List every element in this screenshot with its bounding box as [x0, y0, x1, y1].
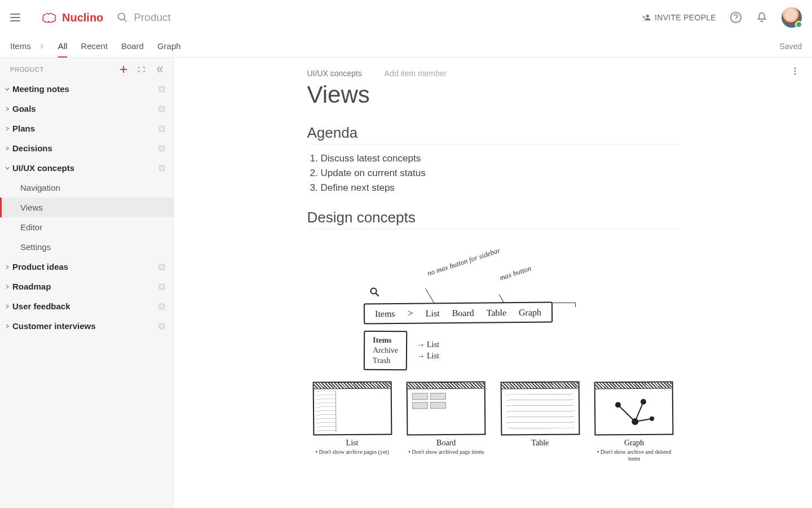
tab-board[interactable]: Board	[121, 35, 144, 57]
svg-rect-16	[160, 265, 165, 270]
sketch-annotation: max button	[498, 264, 532, 282]
svg-point-24	[795, 71, 796, 72]
design-sketch: no max button for sidebar max button Ite…	[313, 246, 674, 462]
help-button[interactable]	[730, 11, 742, 24]
svg-point-4	[735, 20, 736, 21]
sidebar-item[interactable]: Plans	[0, 119, 174, 138]
sidebar-child-item[interactable]: Editor	[0, 217, 174, 237]
concepts-heading: Design concepts	[307, 209, 679, 229]
svg-line-33	[635, 402, 643, 422]
svg-rect-12	[160, 147, 165, 151]
sketch-arrows: → List → List	[417, 339, 439, 362]
sketch-thumb: Board• Don't show archived page items	[407, 382, 486, 462]
sidebar-item[interactable]: Goals	[0, 99, 174, 119]
agenda-item[interactable]: Define next steps	[321, 181, 679, 195]
user-avatar[interactable]	[782, 7, 802, 28]
brand-logo[interactable]: Nuclino	[42, 11, 103, 24]
sidebar-item[interactable]: Customer interviews	[0, 316, 174, 336]
bell-icon	[756, 11, 768, 24]
person-add-icon	[642, 13, 651, 22]
svg-rect-13	[159, 165, 164, 170]
doc-more-menu[interactable]	[791, 67, 800, 77]
search-field[interactable]: Product	[117, 11, 170, 24]
invite-people-button[interactable]: INVITE PEOPLE	[642, 13, 716, 22]
search-placeholder: Product	[134, 11, 170, 24]
svg-rect-22	[160, 325, 165, 329]
help-icon	[730, 11, 742, 24]
sidebar-item[interactable]: Meeting notes	[0, 79, 174, 99]
sketch-thumb: List• Don't show archive pages (yet)	[313, 382, 392, 462]
search-icon	[117, 12, 128, 23]
save-status: Saved	[779, 42, 802, 51]
breadcrumb-root[interactable]: Items	[10, 41, 31, 51]
sketch-dropdown: Items Archive Trash	[363, 331, 407, 371]
more-vertical-icon	[791, 67, 800, 76]
brain-icon	[42, 11, 58, 24]
sidebar-item[interactable]: UI/UX concepts	[0, 158, 174, 178]
agenda-list[interactable]: Discuss latest conceptsUpdate on current…	[307, 151, 679, 195]
sketch-tabs-bar: Items > List Board Table Graph	[363, 302, 552, 325]
svg-rect-15	[159, 264, 164, 269]
svg-rect-17	[159, 284, 164, 288]
sketch-annotation: no max button for sidebar	[426, 246, 501, 278]
svg-line-27	[376, 294, 378, 296]
add-item-member[interactable]: Add item member	[385, 69, 447, 78]
sidebar-item[interactable]: Roadmap	[0, 277, 174, 296]
svg-rect-7	[159, 106, 164, 111]
svg-rect-20	[160, 305, 165, 309]
svg-rect-6	[160, 87, 165, 92]
svg-point-23	[795, 68, 796, 69]
svg-rect-10	[160, 127, 165, 132]
tab-graph[interactable]: Graph	[157, 35, 181, 57]
sketch-search-icon	[369, 287, 381, 298]
brand-name: Nuclino	[62, 11, 103, 24]
sidebar-item[interactable]: Decisions	[0, 138, 174, 158]
svg-line-32	[618, 405, 635, 422]
sidebar-child-item[interactable]: Settings	[0, 237, 174, 257]
sidebar-child-item[interactable]: Navigation	[0, 178, 174, 198]
svg-point-26	[370, 288, 376, 294]
svg-point-29	[641, 399, 646, 405]
notifications-button[interactable]	[756, 11, 768, 24]
sketch-thumb: Table	[501, 382, 580, 462]
agenda-item[interactable]: Update on current status	[321, 166, 679, 181]
svg-point-0	[118, 14, 125, 20]
svg-rect-9	[159, 126, 164, 130]
sidebar-item[interactable]: User feedback	[0, 296, 174, 316]
add-item-button[interactable]	[120, 65, 127, 73]
expand-icon[interactable]	[138, 65, 145, 73]
doc-parent-crumb[interactable]: UI/UX concepts	[307, 69, 362, 78]
sidebar-item[interactable]: Product ideas	[0, 257, 174, 277]
agenda-heading: Agenda	[307, 124, 679, 144]
svg-rect-8	[160, 107, 165, 112]
svg-rect-18	[160, 285, 165, 290]
agenda-item[interactable]: Discuss latest concepts	[321, 151, 679, 166]
doc-title[interactable]: Views	[307, 81, 679, 108]
svg-point-2	[646, 15, 649, 17]
tab-all[interactable]: All	[58, 35, 68, 57]
collapse-sidebar-icon[interactable]	[156, 65, 164, 73]
sketch-thumb: Graph• Don't show archive and deleted it…	[594, 382, 673, 462]
menu-button[interactable]	[10, 11, 24, 24]
tab-recent[interactable]: Recent	[81, 35, 108, 57]
sidebar: PRODUCT Meeting notesGoalsPlansDecisions…	[0, 58, 174, 508]
svg-rect-21	[159, 323, 164, 328]
sidebar-title: PRODUCT	[10, 66, 44, 73]
svg-line-1	[124, 19, 127, 22]
svg-point-25	[795, 73, 796, 75]
svg-rect-11	[159, 146, 164, 150]
sidebar-child-item[interactable]: Views	[0, 198, 174, 217]
svg-rect-19	[159, 304, 164, 308]
svg-rect-14	[160, 167, 165, 171]
chevron-right-icon	[39, 43, 45, 49]
svg-rect-5	[159, 86, 164, 91]
